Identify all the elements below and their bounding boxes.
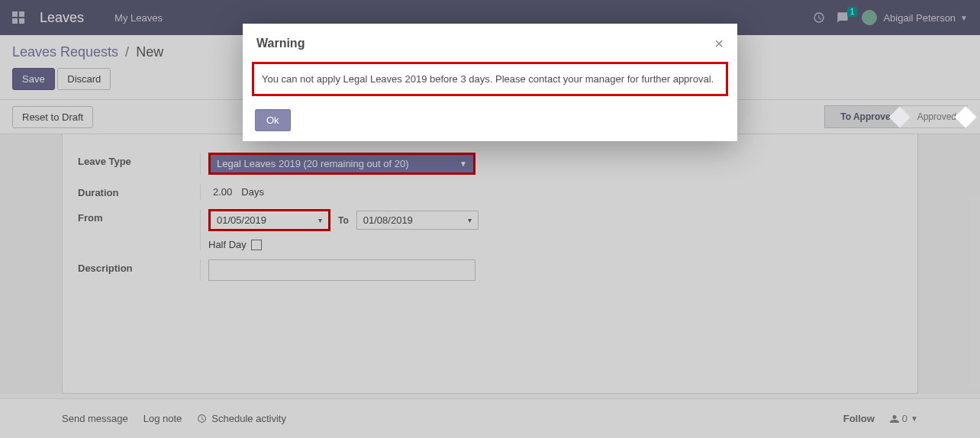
warning-dialog: Warning × You can not apply Legal Leaves… xyxy=(243,24,737,141)
dialog-title: Warning xyxy=(256,37,305,50)
dialog-message: You can not apply Legal Leaves 2019 befo… xyxy=(252,62,728,96)
close-icon[interactable]: × xyxy=(714,36,724,51)
ok-button[interactable]: Ok xyxy=(255,109,291,131)
